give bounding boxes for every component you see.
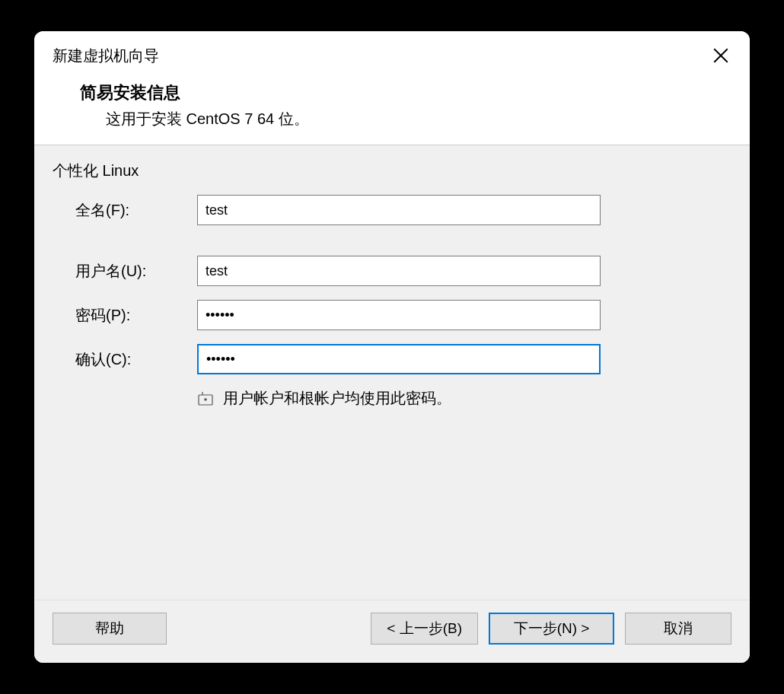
header-title: 简易安装信息 bbox=[80, 81, 731, 104]
info-text: 用户帐户和根帐户均使用此密码。 bbox=[223, 388, 451, 409]
help-button[interactable]: 帮助 bbox=[53, 613, 167, 645]
spacer bbox=[177, 613, 360, 645]
fullname-input[interactable] bbox=[197, 195, 601, 225]
close-button[interactable] bbox=[710, 45, 731, 66]
content-area: 个性化 Linux 全名(F): 用户名(U): 密码(P): 确认(C): bbox=[34, 145, 750, 600]
password-label: 密码(P): bbox=[75, 305, 197, 326]
button-bar: 帮助 < 上一步(B) 下一步(N) > 取消 bbox=[34, 600, 750, 663]
back-button[interactable]: < 上一步(B) bbox=[371, 613, 478, 645]
username-row: 用户名(U): bbox=[53, 256, 731, 286]
dialog-title: 新建虚拟机向导 bbox=[53, 46, 159, 66]
titlebar: 新建虚拟机向导 bbox=[34, 31, 750, 74]
password-input[interactable] bbox=[197, 300, 601, 330]
next-button[interactable]: 下一步(N) > bbox=[489, 613, 614, 645]
section-label: 个性化 Linux bbox=[53, 161, 731, 181]
info-row: 用户帐户和根帐户均使用此密码。 bbox=[53, 388, 731, 409]
svg-point-4 bbox=[204, 398, 207, 401]
password-row: 密码(P): bbox=[53, 300, 731, 330]
fullname-row: 全名(F): bbox=[53, 195, 731, 225]
new-vm-wizard-dialog: 新建虚拟机向导 简易安装信息 这用于安装 CentOS 7 64 位。 个性化 … bbox=[34, 31, 750, 663]
fullname-label: 全名(F): bbox=[75, 200, 197, 221]
info-icon bbox=[197, 390, 214, 407]
confirm-row: 确认(C): bbox=[53, 344, 731, 374]
header-subtitle: 这用于安装 CentOS 7 64 位。 bbox=[80, 109, 731, 129]
username-label: 用户名(U): bbox=[75, 261, 197, 282]
confirm-input[interactable] bbox=[197, 344, 601, 374]
cancel-button[interactable]: 取消 bbox=[625, 613, 731, 645]
close-icon bbox=[713, 48, 728, 63]
username-input[interactable] bbox=[197, 256, 601, 286]
confirm-label: 确认(C): bbox=[75, 349, 197, 370]
header-section: 简易安装信息 这用于安装 CentOS 7 64 位。 bbox=[34, 74, 750, 145]
